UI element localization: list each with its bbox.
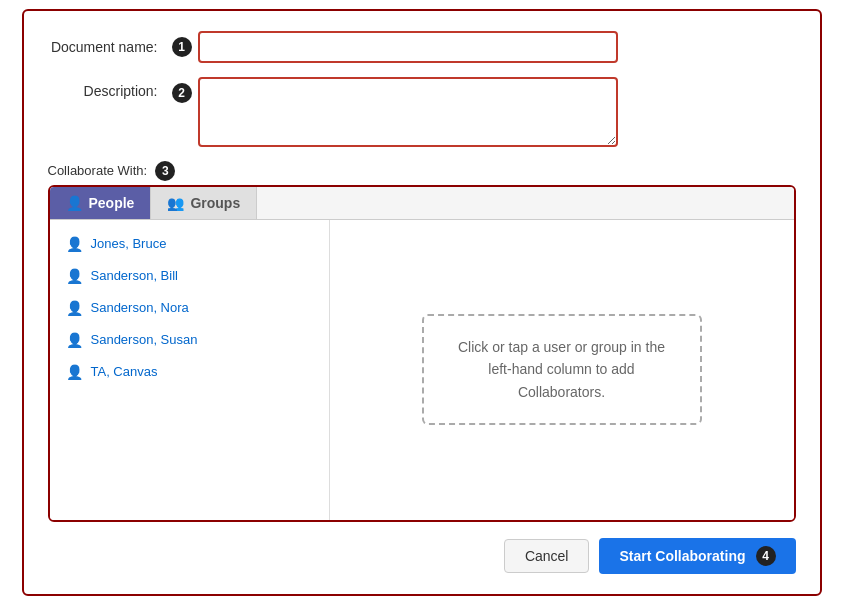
collaboration-dialog: Document name: 1 Description: 2 Collabor… — [22, 9, 822, 596]
document-name-row: Document name: 1 — [48, 31, 796, 63]
badge-4: 4 — [756, 546, 776, 566]
description-input[interactable] — [198, 77, 618, 147]
right-panel: Click or tap a user or group in the left… — [330, 220, 794, 520]
user-item[interactable]: 👤 Sanderson, Susan — [50, 324, 329, 356]
tab-people-label: People — [89, 195, 135, 211]
user-item[interactable]: 👤 Sanderson, Nora — [50, 292, 329, 324]
user-icon-4: 👤 — [66, 364, 83, 380]
user-icon-2: 👤 — [66, 300, 83, 316]
collaborate-label-row: Collaborate With: 3 — [48, 161, 796, 181]
groups-tab-icon: 👥 — [167, 195, 184, 211]
badge-3: 3 — [155, 161, 175, 181]
badge-1: 1 — [172, 37, 192, 57]
user-icon-1: 👤 — [66, 268, 83, 284]
user-item[interactable]: 👤 Jones, Bruce — [50, 228, 329, 260]
document-name-label: Document name: — [48, 39, 168, 55]
tab-groups[interactable]: 👥 Groups — [151, 187, 257, 219]
footer: Cancel Start Collaborating 4 — [48, 538, 796, 574]
user-name-1: Sanderson, Bill — [91, 268, 178, 283]
hint-text: Click or tap a user or group in the left… — [458, 339, 665, 400]
user-item[interactable]: 👤 Sanderson, Bill — [50, 260, 329, 292]
tab-people[interactable]: 👤 People — [50, 187, 152, 219]
description-row: Description: 2 — [48, 77, 796, 147]
document-name-input[interactable] — [198, 31, 618, 63]
user-item[interactable]: 👤 TA, Canvas — [50, 356, 329, 388]
start-collaborating-button[interactable]: Start Collaborating 4 — [599, 538, 795, 574]
user-name-3: Sanderson, Susan — [91, 332, 198, 347]
user-icon-0: 👤 — [66, 236, 83, 252]
hint-box: Click or tap a user or group in the left… — [422, 314, 702, 425]
description-label: Description: — [48, 77, 168, 99]
user-icon-3: 👤 — [66, 332, 83, 348]
cancel-button[interactable]: Cancel — [504, 539, 590, 573]
collaborate-label: Collaborate With: — [48, 163, 148, 178]
tab-bar: 👤 People 👥 Groups — [50, 187, 794, 220]
tab-groups-label: Groups — [190, 195, 240, 211]
user-name-2: Sanderson, Nora — [91, 300, 189, 315]
start-collaborating-label: Start Collaborating — [619, 548, 745, 564]
user-name-4: TA, Canvas — [91, 364, 158, 379]
people-tab-icon: 👤 — [66, 195, 83, 211]
user-list: 👤 Jones, Bruce 👤 Sanderson, Bill 👤 Sande… — [50, 220, 330, 520]
badge-2: 2 — [172, 83, 192, 103]
collaborate-box: 👤 People 👥 Groups 👤 Jones, Bruce 👤 Sande… — [48, 185, 796, 522]
content-area: 👤 Jones, Bruce 👤 Sanderson, Bill 👤 Sande… — [50, 220, 794, 520]
user-name-0: Jones, Bruce — [91, 236, 167, 251]
